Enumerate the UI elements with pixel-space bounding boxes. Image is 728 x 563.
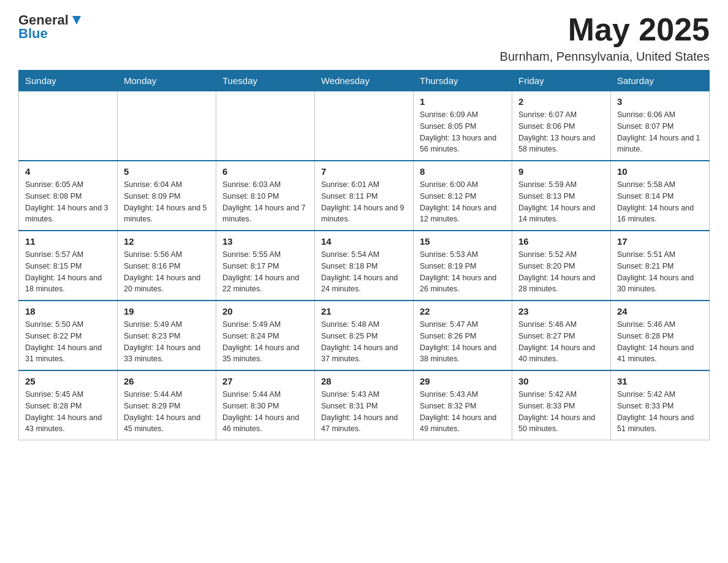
day-number: 21 — [321, 306, 407, 316]
col-header-sunday: Sunday — [19, 71, 118, 91]
day-number: 30 — [518, 376, 604, 386]
day-info: Sunrise: 5:43 AM Sunset: 8:32 PM Dayligh… — [420, 389, 506, 435]
day-number: 6 — [222, 166, 308, 177]
calendar-cell-w1-d1 — [19, 91, 118, 161]
calendar-cell-w2-d6: 9Sunrise: 5:59 AM Sunset: 8:13 PM Daylig… — [512, 161, 611, 231]
day-number: 5 — [124, 166, 210, 177]
day-info: Sunrise: 5:59 AM Sunset: 8:13 PM Dayligh… — [518, 179, 604, 225]
day-info: Sunrise: 5:52 AM Sunset: 8:20 PM Dayligh… — [518, 249, 604, 295]
day-number: 19 — [124, 306, 210, 316]
day-number: 22 — [420, 306, 506, 316]
calendar-cell-w3-d1: 11Sunrise: 5:57 AM Sunset: 8:15 PM Dayli… — [19, 231, 118, 301]
day-number: 26 — [124, 376, 210, 386]
day-info: Sunrise: 5:57 AM Sunset: 8:15 PM Dayligh… — [25, 249, 111, 295]
day-info: Sunrise: 6:06 AM Sunset: 8:07 PM Dayligh… — [617, 109, 703, 155]
day-number: 24 — [617, 306, 703, 316]
col-header-wednesday: Wednesday — [315, 71, 414, 91]
calendar-cell-w5-d6: 30Sunrise: 5:42 AM Sunset: 8:33 PM Dayli… — [512, 370, 611, 440]
day-info: Sunrise: 6:00 AM Sunset: 8:12 PM Dayligh… — [420, 179, 506, 225]
calendar-cell-w5-d5: 29Sunrise: 5:43 AM Sunset: 8:32 PM Dayli… — [414, 370, 512, 440]
day-info: Sunrise: 5:54 AM Sunset: 8:18 PM Dayligh… — [321, 249, 407, 295]
col-header-saturday: Saturday — [611, 71, 710, 91]
day-info: Sunrise: 5:42 AM Sunset: 8:33 PM Dayligh… — [617, 389, 703, 435]
day-info: Sunrise: 5:46 AM Sunset: 8:28 PM Dayligh… — [617, 319, 703, 365]
day-info: Sunrise: 5:44 AM Sunset: 8:29 PM Dayligh… — [124, 389, 210, 435]
day-info: Sunrise: 5:45 AM Sunset: 8:28 PM Dayligh… — [25, 389, 111, 435]
day-number: 17 — [617, 236, 703, 247]
calendar-cell-w1-d5: 1Sunrise: 6:09 AM Sunset: 8:05 PM Daylig… — [414, 91, 512, 161]
day-info: Sunrise: 5:43 AM Sunset: 8:31 PM Dayligh… — [321, 389, 407, 435]
calendar-cell-w4-d5: 22Sunrise: 5:47 AM Sunset: 8:26 PM Dayli… — [414, 301, 512, 370]
calendar-cell-w4-d4: 21Sunrise: 5:48 AM Sunset: 8:25 PM Dayli… — [315, 301, 414, 370]
day-number: 2 — [518, 96, 604, 107]
calendar-cell-w2-d5: 8Sunrise: 6:00 AM Sunset: 8:12 PM Daylig… — [414, 161, 512, 231]
day-info: Sunrise: 5:56 AM Sunset: 8:16 PM Dayligh… — [124, 249, 210, 295]
calendar-cell-w3-d5: 15Sunrise: 5:53 AM Sunset: 8:19 PM Dayli… — [414, 231, 512, 301]
day-info: Sunrise: 5:48 AM Sunset: 8:25 PM Dayligh… — [321, 319, 407, 365]
calendar-cell-w5-d4: 28Sunrise: 5:43 AM Sunset: 8:31 PM Dayli… — [315, 370, 414, 440]
col-header-tuesday: Tuesday — [216, 71, 315, 91]
day-number: 7 — [321, 166, 407, 177]
calendar-cell-w1-d3 — [216, 91, 315, 161]
day-info: Sunrise: 6:07 AM Sunset: 8:06 PM Dayligh… — [518, 109, 604, 155]
calendar-week-2: 4Sunrise: 6:05 AM Sunset: 8:08 PM Daylig… — [19, 161, 710, 231]
day-number: 15 — [420, 236, 506, 247]
day-number: 14 — [321, 236, 407, 247]
day-number: 29 — [420, 376, 506, 386]
calendar-cell-w5-d3: 27Sunrise: 5:44 AM Sunset: 8:30 PM Dayli… — [216, 370, 315, 440]
day-info: Sunrise: 6:03 AM Sunset: 8:10 PM Dayligh… — [222, 179, 308, 225]
calendar-cell-w2-d1: 4Sunrise: 6:05 AM Sunset: 8:08 PM Daylig… — [19, 161, 118, 231]
calendar-cell-w2-d2: 5Sunrise: 6:04 AM Sunset: 8:09 PM Daylig… — [118, 161, 216, 231]
day-info: Sunrise: 5:55 AM Sunset: 8:17 PM Dayligh… — [222, 249, 308, 295]
location-title: Burnham, Pennsylvania, United States — [500, 50, 710, 64]
calendar-cell-w2-d3: 6Sunrise: 6:03 AM Sunset: 8:10 PM Daylig… — [216, 161, 315, 231]
calendar-header-row: Sunday Monday Tuesday Wednesday Thursday… — [19, 71, 710, 91]
calendar-cell-w2-d7: 10Sunrise: 5:58 AM Sunset: 8:14 PM Dayli… — [611, 161, 710, 231]
calendar-cell-w1-d4 — [315, 91, 414, 161]
day-number: 4 — [25, 166, 111, 177]
day-info: Sunrise: 5:49 AM Sunset: 8:24 PM Dayligh… — [222, 319, 308, 365]
day-number: 13 — [222, 236, 308, 247]
day-number: 28 — [321, 376, 407, 386]
calendar-week-3: 11Sunrise: 5:57 AM Sunset: 8:15 PM Dayli… — [19, 231, 710, 301]
day-info: Sunrise: 5:50 AM Sunset: 8:22 PM Dayligh… — [25, 319, 111, 365]
calendar-cell-w3-d3: 13Sunrise: 5:55 AM Sunset: 8:17 PM Dayli… — [216, 231, 315, 301]
calendar-cell-w3-d7: 17Sunrise: 5:51 AM Sunset: 8:21 PM Dayli… — [611, 231, 710, 301]
logo-triangle-icon — [70, 13, 83, 27]
month-title: May 2025 — [500, 12, 710, 47]
calendar-cell-w5-d1: 25Sunrise: 5:45 AM Sunset: 8:28 PM Dayli… — [19, 370, 118, 440]
day-number: 31 — [617, 376, 703, 386]
calendar-week-5: 25Sunrise: 5:45 AM Sunset: 8:28 PM Dayli… — [19, 370, 710, 440]
logo: General Blue — [18, 12, 83, 42]
day-number: 8 — [420, 166, 506, 177]
day-info: Sunrise: 6:01 AM Sunset: 8:11 PM Dayligh… — [321, 179, 407, 225]
day-number: 11 — [25, 236, 111, 247]
day-info: Sunrise: 5:47 AM Sunset: 8:26 PM Dayligh… — [420, 319, 506, 365]
calendar-cell-w4-d3: 20Sunrise: 5:49 AM Sunset: 8:24 PM Dayli… — [216, 301, 315, 370]
calendar-week-1: 1Sunrise: 6:09 AM Sunset: 8:05 PM Daylig… — [19, 91, 710, 161]
title-block: May 2025 Burnham, Pennsylvania, United S… — [500, 12, 710, 64]
day-number: 23 — [518, 306, 604, 316]
day-number: 9 — [518, 166, 604, 177]
day-number: 1 — [420, 96, 506, 107]
day-info: Sunrise: 5:58 AM Sunset: 8:14 PM Dayligh… — [617, 179, 703, 225]
day-number: 20 — [222, 306, 308, 316]
day-number: 25 — [25, 376, 111, 386]
calendar-cell-w4-d2: 19Sunrise: 5:49 AM Sunset: 8:23 PM Dayli… — [118, 301, 216, 370]
col-header-friday: Friday — [512, 71, 611, 91]
day-info: Sunrise: 5:42 AM Sunset: 8:33 PM Dayligh… — [518, 389, 604, 435]
day-number: 27 — [222, 376, 308, 386]
day-info: Sunrise: 5:51 AM Sunset: 8:21 PM Dayligh… — [617, 249, 703, 295]
calendar-cell-w4-d6: 23Sunrise: 5:46 AM Sunset: 8:27 PM Dayli… — [512, 301, 611, 370]
day-number: 18 — [25, 306, 111, 316]
logo-text-accent: Blue — [18, 26, 48, 42]
calendar-cell-w1-d7: 3Sunrise: 6:06 AM Sunset: 8:07 PM Daylig… — [611, 91, 710, 161]
day-info: Sunrise: 6:04 AM Sunset: 8:09 PM Dayligh… — [124, 179, 210, 225]
page-header: General Blue May 2025 Burnham, Pennsylva… — [18, 12, 710, 64]
calendar-cell-w3-d4: 14Sunrise: 5:54 AM Sunset: 8:18 PM Dayli… — [315, 231, 414, 301]
day-info: Sunrise: 5:49 AM Sunset: 8:23 PM Dayligh… — [124, 319, 210, 365]
day-info: Sunrise: 5:53 AM Sunset: 8:19 PM Dayligh… — [420, 249, 506, 295]
day-info: Sunrise: 5:46 AM Sunset: 8:27 PM Dayligh… — [518, 319, 604, 365]
calendar-cell-w4-d1: 18Sunrise: 5:50 AM Sunset: 8:22 PM Dayli… — [19, 301, 118, 370]
col-header-monday: Monday — [118, 71, 216, 91]
